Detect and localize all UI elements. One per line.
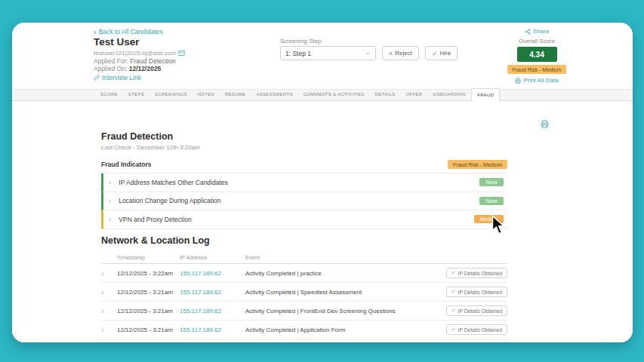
reject-button[interactable]: × Reject — [382, 46, 419, 60]
back-arrow-icon: ‹ — [94, 29, 97, 35]
fraud-indicators-header: Fraud Indicators Fraud Risk - Medium — [101, 160, 507, 169]
ip-details-button[interactable]: ✓ IP Details Obtained — [446, 268, 507, 278]
share-icon — [525, 29, 531, 35]
reject-button-label: Reject — [395, 50, 412, 57]
fraud-indicators-label: Fraud Indicators — [101, 161, 152, 168]
candidate-email-row: testuser121|2025-hj@test.com — [94, 50, 185, 57]
fraud-section-title: Fraud Detection — [101, 131, 507, 142]
column-timestamp: Timestamp — [117, 254, 180, 261]
overall-score-value: 4.34 — [517, 47, 557, 62]
tab-onboarding[interactable]: ONBOARDING — [427, 89, 471, 100]
applied-for-label: Applied For: — [94, 57, 128, 65]
indicator-status-badge: Medium — [474, 215, 504, 223]
log-event: Activity Completed | practice — [245, 270, 441, 277]
log-row-2[interactable]: › 12/12/2025 - 3:21am 155.117.189.62 Act… — [101, 283, 507, 302]
back-link-label: Back to All Candidates — [99, 28, 163, 35]
log-ip-link[interactable]: 155.117.189.62 — [180, 308, 245, 314]
column-event: Event — [245, 254, 441, 261]
screening-step-value: 1: Step 1 — [285, 50, 311, 57]
tab-steps[interactable]: STEPS — [123, 89, 149, 100]
applied-on-row: Applied On: 12/12/2025 — [94, 65, 161, 72]
tab-offer[interactable]: OFFER — [400, 89, 427, 100]
fraud-risk-badge: Fraud Risk - Medium — [448, 160, 507, 169]
tab-comments-activities[interactable]: COMMENTS & ACTIVITIES — [298, 89, 370, 100]
indicator-row-location-change[interactable]: › Location Change During Application Non… — [101, 192, 507, 211]
network-location-log-section: Network & Location Log Timestamp IP Addr… — [101, 235, 507, 339]
candidate-email: testuser121|2025-hj@test.com — [94, 50, 176, 57]
applied-on-label: Applied On: — [94, 65, 127, 72]
tab-details[interactable]: DETAILS — [370, 89, 401, 100]
log-row-4[interactable]: › 12/12/2025 - 3:21am 155.117.189.62 Act… — [101, 321, 507, 339]
network-log-title: Network & Location Log — [101, 235, 507, 246]
fraud-last-check: Last Check - December 12th 3:22am — [101, 144, 507, 151]
check-icon: ✓ — [451, 270, 456, 276]
log-ip-link[interactable]: 155.117.189.62 — [180, 327, 245, 333]
overall-score-label: Overall Score — [519, 38, 555, 44]
back-to-candidates-link[interactable]: ‹ Back to All Candidates — [94, 28, 163, 35]
indicator-status-badge: None — [479, 197, 504, 205]
hire-button-label: Hire — [440, 50, 451, 57]
ip-details-label: IP Details Obtained — [458, 290, 502, 295]
ip-details-label: IP Details Obtained — [458, 308, 502, 314]
log-row-3[interactable]: › 12/12/2025 - 3:21am 155.117.189.62 Act… — [101, 302, 507, 321]
network-log-header-row: Timestamp IP Address Event — [101, 254, 507, 264]
print-all-data-link[interactable]: Print All Data — [515, 77, 558, 84]
indicator-row-vpn-proxy[interactable]: › VPN and Proxy Detection Medium — [101, 210, 507, 229]
screening-step-select[interactable]: 1: Step 1 — [280, 46, 376, 60]
fraud-risk-badge: Fraud Risk - Medium — [507, 65, 567, 74]
log-timestamp: 12/12/2025 - 3:21am — [117, 289, 180, 296]
log-event: Activity Completed | Speedtest Assessmen… — [245, 289, 441, 296]
ip-details-label: IP Details Obtained — [458, 327, 502, 333]
reject-x-icon: × — [389, 50, 393, 57]
tab-score[interactable]: SCORE — [95, 89, 123, 100]
candidate-profile-card: ‹ Back to All Candidates Test User testu… — [12, 23, 633, 342]
column-ip-address: IP Address — [180, 254, 245, 261]
fraud-tab-content: Fraud Detection Last Check - December 12… — [12, 101, 633, 342]
log-ip-link[interactable]: 155.117.189.62 — [180, 289, 245, 296]
screening-step-label: Screening Step — [280, 38, 322, 44]
screen: { "colors": { "background": "#2db7c5", "… — [0, 0, 644, 362]
ip-details-button[interactable]: ✓ IP Details Obtained — [446, 305, 507, 316]
ip-details-label: IP Details Obtained — [458, 271, 502, 276]
print-section-button[interactable] — [541, 118, 549, 131]
printer-icon — [515, 78, 521, 84]
log-event: Activity Completed | FrontEnd Dev Screen… — [245, 308, 441, 314]
log-timestamp: 12/12/2025 - 3:22am — [117, 270, 180, 277]
score-panel: Share Overall Score 4.34 Fraud Risk - Me… — [503, 28, 571, 84]
chevron-down-icon — [365, 51, 371, 57]
hire-button[interactable]: ✓ Hire — [425, 46, 458, 60]
interview-link-label: Interview Link — [102, 74, 141, 81]
indicator-label: VPN and Proxy Detection — [119, 216, 474, 223]
indicator-status-badge: None — [479, 178, 504, 186]
print-link-label: Print All Data — [523, 77, 558, 84]
applied-for-row: Applied For: Fraud Detection — [94, 57, 176, 65]
printer-icon — [541, 120, 549, 128]
indicator-row-ip-match[interactable]: › IP Address Matches Other Candidates No… — [101, 173, 507, 192]
share-link[interactable]: Share — [525, 28, 549, 35]
applied-on-value: 12/12/2025 — [129, 65, 162, 72]
hire-check-icon: ✓ — [432, 50, 438, 57]
interview-link[interactable]: Interview Link — [94, 74, 141, 81]
log-event: Activity Completed | Application Form — [245, 327, 441, 333]
link-icon — [94, 75, 100, 81]
tab-assessments[interactable]: ASSESSMENTS — [251, 89, 297, 100]
share-link-label: Share — [533, 28, 549, 35]
indicator-label: Location Change During Application — [119, 197, 479, 204]
ip-details-button[interactable]: ✓ IP Details Obtained — [446, 287, 507, 297]
chevron-right-icon: › — [101, 269, 117, 278]
ip-details-button[interactable]: ✓ IP Details Obtained — [446, 324, 507, 335]
envelope-icon[interactable] — [178, 50, 185, 57]
tab-fraud[interactable]: FRAUD — [471, 88, 500, 101]
chevron-right-icon: › — [109, 197, 111, 205]
fraud-indicator-list: › IP Address Matches Other Candidates No… — [101, 173, 507, 229]
tab-screenings[interactable]: SCREENINGS — [149, 89, 193, 100]
log-ip-link[interactable]: 155.117.189.62 — [180, 270, 245, 277]
tab-resume[interactable]: RESUME — [220, 89, 251, 100]
log-row-1[interactable]: › 12/12/2025 - 3:22am 155.117.189.62 Act… — [101, 264, 507, 283]
chevron-right-icon: › — [109, 178, 111, 186]
tab-notes[interactable]: NOTES — [193, 89, 220, 100]
indicator-label: IP Address Matches Other Candidates — [119, 179, 479, 186]
log-timestamp: 12/12/2025 - 3:21am — [117, 327, 180, 333]
applied-for-value: Fraud Detection — [130, 57, 175, 65]
check-icon: ✓ — [451, 308, 456, 314]
